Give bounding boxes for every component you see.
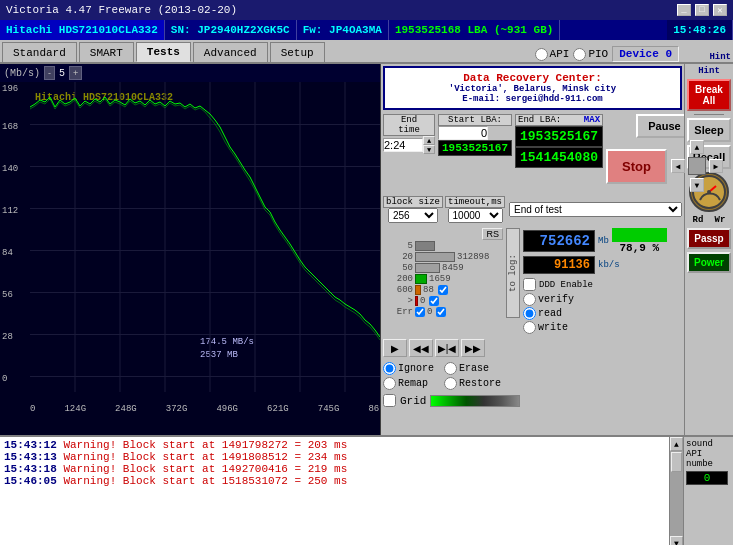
minimize-button[interactable]: _ xyxy=(677,4,691,16)
ddd-checkbox[interactable] xyxy=(523,278,536,291)
restore-radio[interactable] xyxy=(444,377,457,390)
drc-title: Data Recovery Center: xyxy=(391,72,674,84)
to-log-label: to log: xyxy=(506,228,520,318)
restore-label[interactable]: Restore xyxy=(444,377,501,390)
tab-tests[interactable]: Tests xyxy=(136,42,191,62)
start-lba-input[interactable] xyxy=(438,126,488,140)
erase-radio[interactable] xyxy=(444,362,457,375)
tab-standard[interactable]: Standard xyxy=(2,42,77,62)
drc-box: Data Recovery Center: 'Victoria', Belaru… xyxy=(383,66,682,110)
log-content: 15:43:12 Warning! Block start at 1491798… xyxy=(0,437,669,545)
time-input[interactable] xyxy=(383,138,423,152)
log-time-4: 15:46:05 xyxy=(4,475,57,487)
log-line-3: 15:43:18 Warning! Block start at 1492700… xyxy=(4,463,665,475)
power-button[interactable]: Power xyxy=(687,252,731,273)
scroll-down-btn[interactable]: ▼ xyxy=(670,536,683,545)
tab-advanced[interactable]: Advanced xyxy=(193,42,268,62)
bar-check-gt[interactable] xyxy=(429,296,439,306)
bottom-right-panel: sound API numbe 0 xyxy=(683,437,733,545)
log-line-2: 15:43:13 Warning! Block start at 1491808… xyxy=(4,451,665,463)
bar-value-gt: 0 xyxy=(420,296,425,306)
log-text-2: Warning! Block start at 1491808512 = 234… xyxy=(63,451,347,463)
scroll-up-btn[interactable]: ▲ xyxy=(670,437,683,451)
remap-radio[interactable] xyxy=(383,377,396,390)
end-button[interactable]: ▶▶ xyxy=(461,339,485,357)
ignore-label[interactable]: Ignore xyxy=(383,362,434,375)
stop-button[interactable]: Stop xyxy=(606,149,667,184)
time-spin-down[interactable]: ▼ xyxy=(423,145,435,154)
verify-radio-label[interactable]: verify xyxy=(523,293,682,306)
write-radio[interactable] xyxy=(523,321,536,334)
decrease-scale-btn[interactable]: - xyxy=(44,66,55,80)
api-value: 0 xyxy=(686,471,728,485)
timeout-select[interactable]: 10000 xyxy=(448,208,503,223)
close-button[interactable]: ✕ xyxy=(713,4,727,16)
nav-right-btn[interactable]: ▶ xyxy=(709,159,723,173)
log-time-3: 15:43:18 xyxy=(4,463,57,475)
read-radio-label[interactable]: read xyxy=(523,307,682,320)
progress-bar xyxy=(612,228,667,242)
bar-row-50: 50 8459 xyxy=(383,263,503,273)
fw-value: JP4OA3MA xyxy=(329,24,382,36)
scroll-thumb[interactable] xyxy=(671,452,682,472)
rd-label: Rd xyxy=(693,215,704,225)
timeout-col: timeout,ms 10000 xyxy=(445,196,505,223)
break-all-button[interactable]: Break All xyxy=(687,79,731,111)
grid-label: Grid xyxy=(400,395,426,407)
time-spin-up[interactable]: ▲ xyxy=(423,136,435,145)
log-text-3: Warning! Block start at 1492700416 = 219… xyxy=(63,463,347,475)
pio-radio[interactable] xyxy=(573,48,586,61)
step-button[interactable]: ▶|◀ xyxy=(435,339,459,357)
erase-label[interactable]: Erase xyxy=(444,362,501,375)
y-label-28: 28 xyxy=(2,332,13,342)
rs-button[interactable]: RS xyxy=(482,228,503,240)
bar-fill-20 xyxy=(415,252,455,262)
block-size-select[interactable]: 256 xyxy=(388,208,438,223)
pass-button[interactable]: Passp xyxy=(687,228,731,249)
bar-check-err2[interactable] xyxy=(436,307,446,317)
api-radio[interactable] xyxy=(535,48,548,61)
log-text-4: Warning! Block start at 1518531072 = 250… xyxy=(63,475,347,487)
info-bar: Hitachi HDS721010CLA332 SN: JP2940HZ2XGK… xyxy=(0,20,733,40)
increase-scale-btn[interactable]: + xyxy=(69,66,82,80)
bar-label-600: 600 xyxy=(383,285,413,295)
fw-label: Fw: xyxy=(303,24,323,36)
ddd-label: DDD Enable xyxy=(539,280,593,290)
ignore-radio[interactable] xyxy=(383,362,396,375)
play-button[interactable]: ▶ xyxy=(383,339,407,357)
sleep-button[interactable]: Sleep xyxy=(687,118,731,142)
bar-row-gt: > 0 xyxy=(383,296,503,306)
mb-value: 752662 xyxy=(523,230,595,252)
maximize-button[interactable]: □ xyxy=(695,4,709,16)
nav-up-btn[interactable]: ▲ xyxy=(690,140,704,154)
nav-left-btn[interactable]: ◀ xyxy=(671,159,685,173)
verify-radio[interactable] xyxy=(523,293,536,306)
x-label-496g: 496G xyxy=(216,404,238,414)
start-lba-label: Start LBA: xyxy=(438,114,512,126)
drc-email: E-mail: sergei@hdd-911.com xyxy=(391,94,674,104)
nav-down-btn[interactable]: ▼ xyxy=(690,178,704,192)
tab-setup[interactable]: Setup xyxy=(270,42,325,62)
y-label-140: 140 xyxy=(2,164,18,174)
lba-time-row: End time ▲ ▼ Start LBA: 1953525167 En xyxy=(383,114,682,192)
api-radio-label[interactable]: API xyxy=(535,48,570,61)
read-radio[interactable] xyxy=(523,307,536,320)
bar-check-600[interactable] xyxy=(438,285,448,295)
bar-row-600: 600 88 xyxy=(383,285,503,295)
back-button[interactable]: ◀◀ xyxy=(409,339,433,357)
y-label-168: 168 xyxy=(2,122,18,132)
stop-nav-row: Stop ▲ ▼ ◀ ▶ xyxy=(606,140,723,192)
write-radio-label[interactable]: write xyxy=(523,321,682,334)
end-time-group: End time ▲ ▼ xyxy=(383,114,435,154)
x-label-621g: 621G xyxy=(267,404,289,414)
chart-svg xyxy=(30,82,381,412)
mb-unit: Mb xyxy=(598,236,609,246)
tab-smart[interactable]: SMART xyxy=(79,42,134,62)
grid-checkbox[interactable] xyxy=(383,394,396,407)
lba-bottom-value: 1541454080 xyxy=(515,147,603,168)
remap-label[interactable]: Remap xyxy=(383,377,434,390)
end-of-test-select[interactable]: End of test xyxy=(509,202,682,217)
pio-radio-label[interactable]: PIO xyxy=(573,48,608,61)
ddd-row: DDD Enable xyxy=(523,278,682,291)
bar-check-err[interactable] xyxy=(415,307,425,317)
